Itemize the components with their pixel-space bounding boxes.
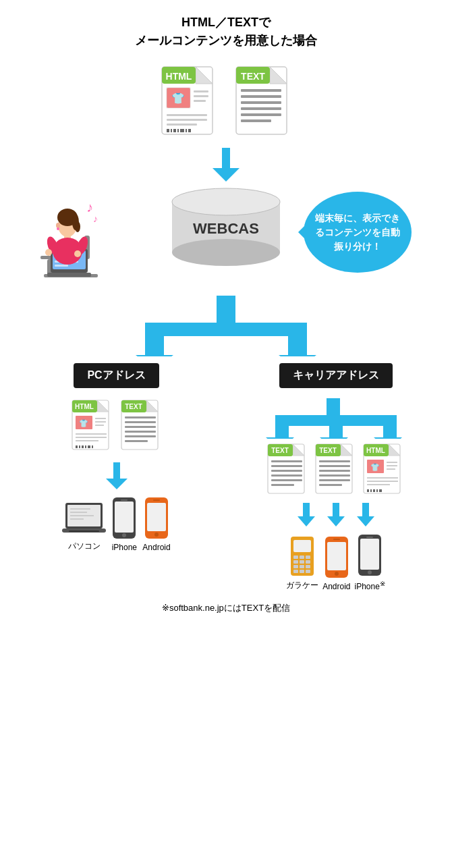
page-title: HTML／TEXTで メールコンテンツを用意した場合 bbox=[135, 13, 317, 50]
svg-rect-80 bbox=[76, 440, 98, 441]
svg-rect-137 bbox=[319, 460, 350, 462]
svg-rect-84 bbox=[85, 445, 86, 448]
svg-rect-155 bbox=[367, 489, 369, 492]
svg-point-61 bbox=[172, 188, 280, 215]
svg-text:TEXT: TEXT bbox=[271, 447, 289, 454]
iphone-device-left: iPhone bbox=[111, 496, 137, 552]
svg-rect-173 bbox=[306, 560, 310, 564]
pc-html-doc: HTML 👕 bbox=[70, 398, 114, 452]
android-left-label: Android bbox=[142, 543, 170, 552]
text-doc-icon: TEXT bbox=[233, 63, 293, 138]
svg-rect-129 bbox=[271, 470, 302, 472]
svg-marker-32 bbox=[213, 168, 239, 182]
svg-rect-127 bbox=[271, 460, 302, 462]
laptop-label: パソコン bbox=[68, 541, 101, 552]
svg-rect-153 bbox=[367, 481, 398, 482]
svg-rect-78 bbox=[76, 433, 107, 435]
svg-rect-132 bbox=[271, 484, 294, 486]
svg-rect-43 bbox=[55, 265, 68, 267]
svg-rect-85 bbox=[88, 445, 90, 448]
svg-rect-83 bbox=[82, 445, 84, 448]
svg-rect-95 bbox=[125, 435, 156, 437]
svg-point-60 bbox=[172, 239, 280, 266]
svg-rect-20 bbox=[188, 129, 191, 132]
svg-rect-67 bbox=[288, 336, 307, 356]
svg-rect-92 bbox=[125, 421, 156, 423]
svg-rect-25 bbox=[241, 89, 281, 92]
pc-docs-row: HTML 👕 bbox=[70, 398, 163, 452]
svg-rect-12 bbox=[167, 119, 207, 121]
svg-rect-81 bbox=[76, 445, 78, 448]
svg-rect-65 bbox=[145, 336, 164, 356]
svg-rect-115 bbox=[327, 398, 340, 415]
carrier-address-col: キャリアアドレス bbox=[231, 363, 441, 591]
two-col-section: PCアドレス HTML 👕 bbox=[7, 363, 445, 591]
svg-rect-168 bbox=[293, 555, 298, 559]
svg-rect-159 bbox=[379, 489, 382, 492]
svg-rect-93 bbox=[125, 426, 156, 428]
svg-rect-18 bbox=[180, 129, 184, 132]
svg-text:♪: ♪ bbox=[86, 200, 93, 215]
svg-rect-106 bbox=[70, 518, 84, 520]
svg-text:👕: 👕 bbox=[370, 462, 380, 472]
svg-rect-10 bbox=[194, 100, 206, 102]
svg-rect-130 bbox=[271, 474, 302, 477]
svg-point-55 bbox=[45, 249, 52, 256]
split-arrow bbox=[7, 296, 445, 356]
svg-rect-16 bbox=[173, 129, 176, 132]
arrow-pc bbox=[106, 462, 128, 489]
iphone-left-label: iPhone bbox=[112, 543, 137, 552]
svg-rect-156 bbox=[370, 489, 372, 492]
svg-rect-114 bbox=[153, 499, 160, 501]
svg-point-50 bbox=[57, 227, 59, 230]
person-icon: ♪ ♪ bbox=[27, 185, 115, 282]
android-device-right: Android bbox=[322, 535, 350, 591]
svg-point-113 bbox=[154, 533, 159, 537]
svg-rect-116 bbox=[275, 415, 397, 426]
svg-rect-175 bbox=[300, 565, 304, 568]
svg-text:TEXT: TEXT bbox=[319, 447, 337, 454]
svg-rect-102 bbox=[69, 531, 99, 532]
svg-rect-14 bbox=[167, 129, 169, 132]
iphone-right-label: iPhone※ bbox=[355, 580, 385, 591]
svg-text:HTML: HTML bbox=[166, 71, 192, 82]
svg-rect-138 bbox=[319, 465, 350, 467]
svg-rect-15 bbox=[171, 129, 172, 132]
svg-rect-152 bbox=[367, 477, 398, 479]
carrier-split-arrow bbox=[262, 398, 410, 439]
svg-rect-108 bbox=[115, 501, 134, 533]
svg-point-56 bbox=[74, 250, 81, 257]
svg-rect-94 bbox=[125, 431, 156, 433]
carrier-docs-row: TEXT TEXT bbox=[266, 442, 405, 496]
carrier-html-doc: HTML 👕 bbox=[362, 442, 405, 496]
svg-text:♪: ♪ bbox=[93, 213, 98, 224]
svg-rect-167 bbox=[293, 540, 311, 552]
svg-rect-162 bbox=[333, 503, 339, 518]
svg-text:WEBCAS: WEBCAS bbox=[193, 220, 259, 237]
svg-text:👕: 👕 bbox=[79, 418, 88, 428]
carrier-devices: ガラケー Android bbox=[286, 533, 385, 591]
svg-rect-112 bbox=[147, 503, 166, 531]
svg-rect-31 bbox=[222, 148, 230, 169]
feature-phone-device: ガラケー bbox=[286, 535, 318, 591]
svg-rect-117 bbox=[275, 426, 289, 439]
svg-rect-121 bbox=[383, 426, 397, 439]
svg-rect-128 bbox=[271, 465, 302, 467]
svg-rect-185 bbox=[360, 539, 379, 570]
svg-rect-11 bbox=[167, 114, 207, 116]
android-right-label: Android bbox=[322, 582, 350, 591]
svg-rect-179 bbox=[306, 570, 310, 573]
html-doc-icon: HTML 👕 bbox=[159, 63, 219, 138]
svg-rect-79 bbox=[76, 437, 107, 438]
android-device-left: Android bbox=[142, 496, 170, 552]
svg-rect-105 bbox=[70, 515, 94, 516]
svg-rect-149 bbox=[387, 462, 397, 463]
svg-rect-17 bbox=[177, 129, 179, 132]
svg-rect-96 bbox=[125, 440, 148, 442]
pc-text-doc: TEXT bbox=[119, 398, 163, 452]
pc-devices: パソコン iPhone bbox=[62, 496, 170, 552]
svg-rect-169 bbox=[300, 555, 304, 559]
svg-marker-66 bbox=[136, 355, 173, 356]
svg-rect-63 bbox=[217, 296, 235, 323]
carrier-arrows bbox=[298, 503, 374, 526]
